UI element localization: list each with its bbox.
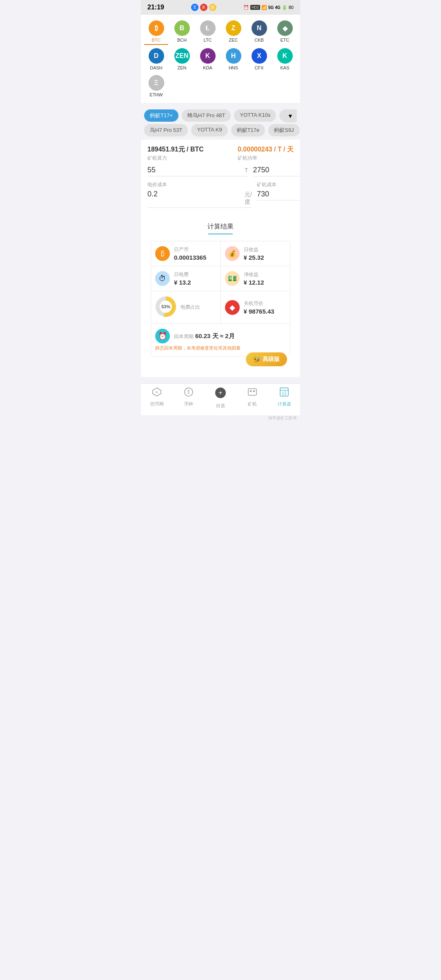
- wifi-icon: 📶: [261, 5, 267, 10]
- tab-fengbird-h7-53t[interactable]: 鸟H7 Pro 53T: [144, 124, 188, 136]
- electric-unit: 元/度: [245, 191, 252, 206]
- ckb-label: CKB: [254, 38, 264, 42]
- price-row: 189451.91元 / BTC 矿机算力 0.00000243 / T / 天…: [147, 145, 294, 162]
- electric-ratio-label: 电费占比: [180, 304, 200, 311]
- coin-ckb[interactable]: N CKB: [247, 19, 271, 45]
- btc-rate: 0.00000243 / T / 天 矿机功率: [238, 145, 294, 162]
- shutdown-price-value: ¥ 98765.43: [244, 308, 274, 315]
- coin-etc[interactable]: ◆ ETC: [273, 19, 297, 45]
- btc-rate-value: 0.00000243 / T / 天: [238, 145, 294, 154]
- btc-icon: ₿: [149, 20, 164, 36]
- coin-cfx[interactable]: X CFX: [247, 47, 271, 72]
- device-tabs-row2: 鸟H7 Pro 53T YOTTA K9 蚂蚁T17e 蚂蚁S9J: [141, 122, 300, 140]
- coin-kda[interactable]: K KDA: [196, 47, 220, 72]
- cfx-label: CFX: [255, 65, 264, 70]
- shutdown-price-label: 关机币价: [244, 300, 274, 307]
- svg-text:B: B: [156, 390, 158, 394]
- coin-zec[interactable]: Z ZEC: [221, 19, 245, 45]
- electric-label: 电价成本: [147, 181, 252, 188]
- machine-label: 矿机成本: [257, 181, 300, 188]
- daily-coin-label: 日产币: [174, 246, 206, 253]
- daily-income-icon: 💰: [225, 246, 240, 261]
- electric-ratio-content: 电费占比: [180, 304, 200, 311]
- device-tabs-section: 蚂蚁T17+ 蜂鸟H7 Pro 48T YOTTA K10s 蚂蚁 ▼: [141, 106, 300, 122]
- tab-yotta-k9[interactable]: YOTTA K9: [191, 124, 227, 136]
- coin-kas[interactable]: K KAS: [273, 47, 297, 72]
- tab-ant-t17e[interactable]: 蚂蚁T17e: [231, 124, 265, 136]
- machine-input[interactable]: [257, 190, 300, 198]
- hash-group: T: [147, 166, 248, 176]
- coin-ltc[interactable]: Ł LTC: [196, 19, 220, 45]
- btc-price-value: 189451.91元 / BTC: [147, 145, 204, 154]
- power-group: W: [253, 166, 300, 176]
- kas-icon: K: [277, 48, 293, 64]
- svg-rect-12: [253, 390, 255, 392]
- period-row: ⏰ 回本周期 60.23 天 ≈ 2月: [155, 329, 235, 343]
- ckb-icon: N: [252, 20, 267, 36]
- svg-text:+: +: [218, 389, 222, 396]
- device-tabs-row1: 蚂蚁T17+ 蜂鸟H7 Pro 48T YOTTA K10s 蚂蚁: [144, 109, 297, 122]
- nav-calculator-label: 计算器: [278, 401, 291, 407]
- svg-text:3 4: 3 4: [282, 393, 286, 396]
- battery-icon: 🔋: [282, 5, 287, 10]
- nav-calculator[interactable]: 1 23 4 计算器: [268, 387, 300, 409]
- etc-label: ETC: [281, 38, 290, 42]
- self-select-icon: +: [215, 387, 226, 401]
- result-shutdown-price: ◆ 关机币价 ¥ 98765.43: [221, 291, 291, 324]
- power-input[interactable]: [253, 166, 300, 174]
- electric-input-wrap: 元/度: [147, 190, 252, 208]
- hash-power-row: T W: [147, 166, 294, 176]
- coin-zen[interactable]: ZEN ZEN: [170, 47, 194, 72]
- ltc-label: LTC: [204, 38, 212, 42]
- period-icon: ⏰: [155, 329, 170, 343]
- shutdown-price-icon: ◆: [225, 300, 240, 315]
- nav-self-select[interactable]: + 自选: [205, 387, 236, 409]
- miner-icon: [247, 387, 257, 399]
- signal-5g: 5G: [268, 5, 274, 10]
- btc-label: BTC: [152, 38, 161, 42]
- result-section: 计算结果 ₿ 日产币 0.00013365 💰 日收益: [141, 217, 300, 377]
- hash-unit: T: [245, 167, 248, 174]
- zec-label: ZEC: [229, 38, 238, 42]
- hash-input[interactable]: [147, 166, 242, 174]
- tabs-dropdown-btn[interactable]: ▼: [284, 109, 297, 122]
- etc-icon: ◆: [277, 20, 293, 36]
- daily-income-content: 日收益 ¥ 25.32: [244, 246, 264, 261]
- tab-ant-s9j[interactable]: 蚂蚁S9J: [268, 124, 299, 136]
- battery-pct: 80: [289, 5, 294, 10]
- nav-mining[interactable]: B 挖币网: [141, 387, 173, 409]
- svg-text:53%: 53%: [161, 304, 170, 309]
- nav-coin[interactable]: ₿ 币种: [173, 387, 205, 409]
- premium-button[interactable]: 🐝 高级版: [246, 352, 287, 366]
- nav-miner[interactable]: 矿机: [236, 387, 268, 409]
- bch-icon: B: [174, 20, 190, 36]
- zen-label: ZEN: [178, 65, 187, 70]
- period-label: 回本周期: [174, 334, 194, 339]
- kas-label: KAS: [280, 65, 289, 70]
- nav-self-select-label: 自选: [216, 403, 225, 409]
- svg-text:₿: ₿: [187, 390, 190, 394]
- divider-1: [141, 103, 300, 106]
- daily-income-label: 日收益: [244, 246, 264, 253]
- svg-rect-11: [250, 390, 252, 392]
- nav-miner-label: 矿机: [248, 401, 257, 407]
- machine-group: 矿机成本 元: [257, 181, 300, 208]
- cfx-icon: X: [252, 48, 267, 64]
- net-income-icon: 💵: [225, 271, 240, 286]
- coin-hns[interactable]: H HNS: [221, 47, 245, 72]
- tab-ant-t17plus[interactable]: 蚂蚁T17+: [144, 109, 178, 122]
- bch-label: BCH: [177, 38, 187, 42]
- coin-nav-icon: ₿: [184, 387, 194, 399]
- coin-dash[interactable]: D DASH: [144, 47, 168, 72]
- tab-yotta-k10s[interactable]: YOTTA K10s: [234, 109, 276, 122]
- electric-input[interactable]: [147, 190, 242, 198]
- coin-bch[interactable]: B BCH: [170, 19, 194, 45]
- ethw-icon: Ξ: [149, 75, 164, 91]
- coin-ethw[interactable]: Ξ ETHW: [144, 74, 168, 99]
- tab-fengbird-h7-48t[interactable]: 蜂鸟H7 Pro 48T: [182, 109, 231, 122]
- premium-icon: 🐝: [253, 356, 260, 363]
- nav-mining-label: 挖币网: [150, 401, 164, 407]
- hd2-badge: HD2: [250, 5, 260, 10]
- coin-btc[interactable]: ₿ BTC: [144, 19, 168, 45]
- result-daily-electric: ⏱ 日电费 ¥ 13.2: [151, 266, 221, 291]
